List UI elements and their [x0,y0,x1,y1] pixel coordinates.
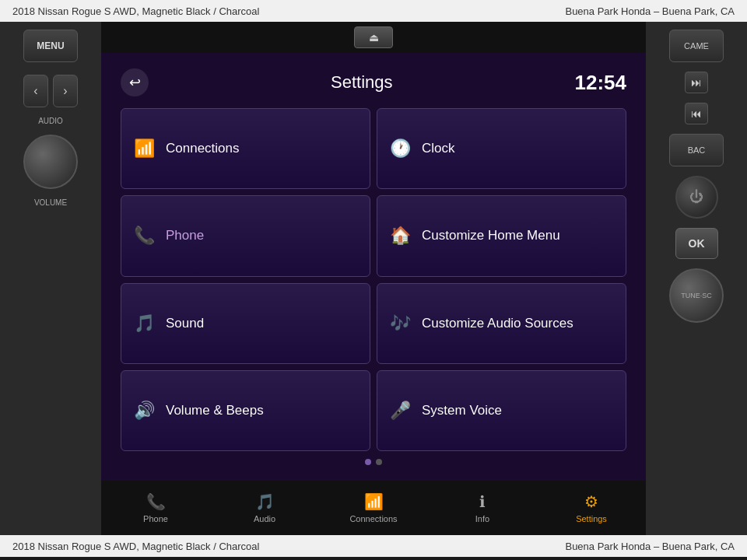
nav-connections-label: Connections [349,514,397,523]
bottom-nav: 📞 Phone 🎵 Audio 📶 Connections ℹ Info ⚙ S… [101,481,646,535]
eject-button[interactable]: ⏏ [354,26,393,48]
power-button[interactable]: ⏻ [675,176,718,219]
volume-beeps-label: Volume & Beeps [166,403,264,418]
main-area: MENU ‹ › AUDIO VOLUME ⏏ ↩ Settings 12:54 [0,22,747,535]
menu-item-customize-audio[interactable]: 🎶 Customize Audio Sources [377,283,626,364]
bottom-bar-left: 2018 Nissan Rogue S AWD, Magnetic Black … [12,541,259,552]
screen-title: Settings [331,72,393,93]
screen: ↩ Settings 12:54 📶 Connections 🕐 Clock [101,53,646,481]
connections-label: Connections [166,141,240,156]
customize-home-label: Customize Home Menu [422,228,560,243]
menu-item-connections[interactable]: 📶 Connections [121,108,370,189]
nav-dots [117,451,630,473]
nav-item-info[interactable]: ℹ Info [428,481,537,535]
nav-phone-icon: 📞 [146,492,166,511]
bluetooth-icon: 📶 [134,138,155,159]
nav-item-settings[interactable]: ⚙ Settings [537,481,646,535]
clock-label: Clock [422,141,455,156]
back-button[interactable]: ↩ [121,68,149,96]
top-bar-right: Buena Park Honda – Buena Park, CA [565,5,735,17]
back-button-right[interactable]: BAC [669,134,724,166]
nav-info-icon: ℹ [479,492,486,511]
audio-label: AUDIO [38,117,63,125]
clock-icon: 🕐 [390,138,411,159]
top-bar-left: 2018 Nissan Rogue S AWD, Magnetic Black … [12,5,259,17]
volume-icon: 🔊 [134,401,155,421]
music-icon: 🎵 [134,313,155,334]
skip-forward-button[interactable]: ⏭ [685,72,708,93]
phone-icon: 📞 [134,226,155,246]
top-bar: 2018 Nissan Rogue S AWD, Magnetic Black … [0,0,747,22]
left-arrow-button[interactable]: ‹ [23,75,48,107]
menu-grid: 📶 Connections 🕐 Clock 📞 Phone 🏠 Customiz… [117,108,630,451]
center-display: ⏏ ↩ Settings 12:54 📶 Connections 🕐 Cl [101,22,646,535]
sound-label: Sound [166,316,204,331]
menu-item-volume-beeps[interactable]: 🔊 Volume & Beeps [121,370,370,451]
screen-header: ↩ Settings 12:54 [117,61,630,108]
menu-item-customize-home[interactable]: 🏠 Customize Home Menu [377,195,626,276]
camera-button[interactable]: CAME [669,30,724,62]
music2-icon: 🎶 [390,313,411,334]
tune-label: TUNE·SC [681,292,712,299]
bottom-bar-right: Buena Park Honda – Buena Park, CA [565,541,735,552]
menu-item-phone[interactable]: 📞 Phone [121,195,370,276]
arrow-nav: ⏭ [685,72,708,93]
mic-icon: 🎤 [390,401,411,421]
nav-dot-1 [365,459,371,465]
nav-phone-label: Phone [143,514,168,523]
nav-settings-label: Settings [576,514,607,523]
bottom-bar: 2018 Nissan Rogue S AWD, Magnetic Black … [0,535,747,557]
volume-label: VOLUME [34,198,67,207]
display-top-bar: ⏏ [101,22,646,53]
arrow-nav-back: ⏮ [685,103,708,124]
volume-knob[interactable] [23,135,78,189]
nav-connections-icon: 📶 [364,492,384,511]
menu-item-system-voice[interactable]: 🎤 System Voice [377,370,626,451]
ok-button[interactable]: OK [675,228,718,259]
menu-item-sound[interactable]: 🎵 Sound [121,283,370,364]
nav-item-connections[interactable]: 📶 Connections [319,481,428,535]
menu-item-clock[interactable]: 🕐 Clock [377,108,626,189]
right-panel: CAME ⏭ ⏮ BAC ⏻ OK TUNE·SC [646,22,747,535]
left-panel: MENU ‹ › AUDIO VOLUME [0,22,101,535]
nav-settings-icon: ⚙ [584,492,598,511]
right-arrow-button[interactable]: › [53,75,78,107]
menu-button[interactable]: MENU [23,30,78,62]
tune-knob[interactable]: TUNE·SC [669,268,724,323]
nav-item-phone[interactable]: 📞 Phone [101,481,210,535]
nav-dot-2 [376,459,382,465]
customize-audio-label: Customize Audio Sources [422,316,573,331]
home-icon: 🏠 [390,226,411,246]
nav-info-label: Info [475,514,489,523]
skip-back-button[interactable]: ⏮ [685,103,708,124]
nav-audio-label: Audio [254,514,275,523]
nav-item-audio[interactable]: 🎵 Audio [210,481,319,535]
screen-time: 12:54 [575,71,627,95]
phone-label: Phone [166,228,204,243]
nav-audio-icon: 🎵 [255,492,275,511]
system-voice-label: System Voice [422,403,502,418]
